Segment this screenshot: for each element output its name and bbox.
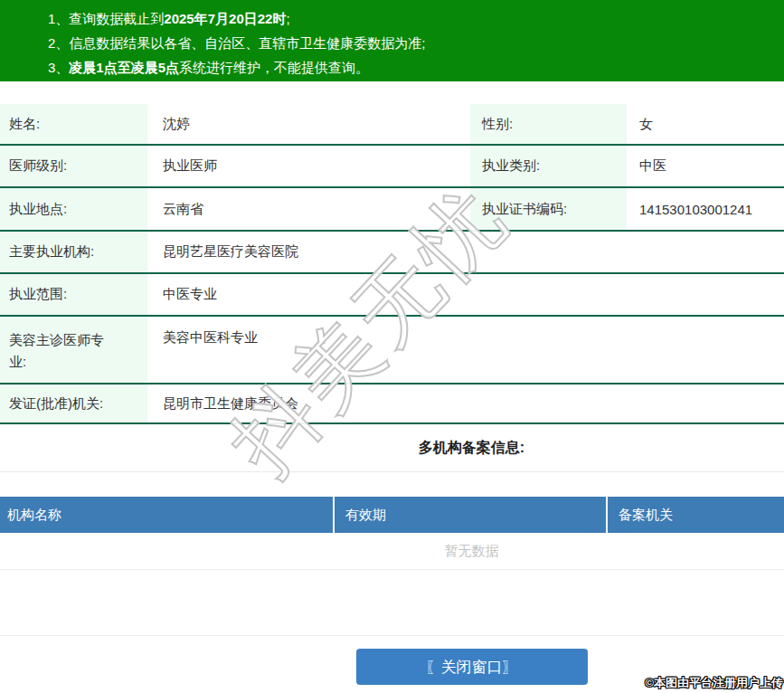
filing-section-title: 多机构备案信息: (0, 424, 784, 472)
notice-text-bold: 凌晨1点至凌晨5点 (69, 60, 179, 75)
field-label-practice-location: 执业地点: (0, 188, 147, 230)
notice-text: 查询数据截止到 (69, 11, 164, 26)
spacer (0, 472, 784, 497)
table-row: 医师级别: 执业医师 执业类别: 中医 (0, 146, 784, 188)
column-header-institution-name: 机构名称 (0, 497, 333, 533)
table-row: 执业范围: 中医专业 (0, 274, 784, 317)
field-value-issuing-authority: 昆明市卫生健康委员会 (147, 384, 784, 422)
field-value-cosmetic-specialty: 美容中医科专业 (147, 317, 784, 383)
practitioner-info-table: 姓名: 沈婷 性别: 女 医师级别: 执业医师 执业类别: 中医 执业地点: 云… (0, 104, 784, 424)
field-value-practice-category: 中医 (627, 146, 784, 186)
field-label-cosmetic-specialty: 美容主诊医师专业: (0, 317, 147, 383)
field-value-name: 沈婷 (147, 104, 470, 144)
notice-line-number: 3、 (48, 60, 69, 75)
field-label-certificate-code: 执业证书编码: (470, 188, 627, 230)
page-container: 1、查询数据截止到2025年7月20日22时; 2、信息数据结果以各省、自治区、… (0, 0, 784, 685)
field-value-practice-location: 云南省 (147, 188, 470, 230)
close-window-button[interactable]: 〖关闭窗口〗 (356, 649, 588, 685)
notice-text: ; (286, 11, 289, 26)
field-label-doctor-level: 医师级别: (0, 146, 147, 186)
column-header-validity-period: 有效期 (333, 497, 606, 533)
field-label-issuing-authority: 发证(批准)机关: (0, 384, 147, 422)
notice-line-number: 2、 (48, 35, 69, 51)
notice-text: 系统进行维护，不能提供查询。 (179, 60, 369, 75)
field-label-gender: 性别: (470, 104, 627, 144)
notice-line-3: 3、凌晨1点至凌晨5点系统进行维护，不能提供查询。 (48, 55, 784, 80)
notice-line-number: 1、 (48, 11, 69, 26)
field-label-main-institution: 主要执业机构: (0, 232, 147, 272)
table-row: 发证(批准)机关: 昆明市卫生健康委员会 (0, 384, 784, 424)
field-value-practice-scope: 中医专业 (147, 274, 784, 315)
no-data-placeholder: 暂无数据 (0, 533, 784, 570)
notice-text: 信息数据结果以各省、自治区、直辖市卫生健康委数据为准; (69, 35, 425, 51)
spacer (0, 81, 784, 104)
filing-table-header: 机构名称 有效期 备案机关 (0, 497, 784, 533)
notice-line-2: 2、信息数据结果以各省、自治区、直辖市卫生健康委数据为准; (48, 31, 784, 55)
copyright-stamp: ©本图由平台注册用户上传 (645, 675, 783, 691)
column-header-filing-authority: 备案机关 (606, 497, 784, 533)
field-value-doctor-level: 执业医师 (147, 146, 470, 186)
field-value-gender: 女 (627, 104, 784, 144)
field-value-certificate-code: 141530103001241 (627, 188, 784, 230)
table-row: 执业地点: 云南省 执业证书编码: 141530103001241 (0, 188, 784, 232)
notice-line-1: 1、查询数据截止到2025年7月20日22时; (48, 6, 784, 31)
spacer (0, 570, 784, 636)
table-row: 姓名: 沈婷 性别: 女 (0, 104, 784, 146)
field-label-name: 姓名: (0, 104, 147, 144)
notice-banner: 1、查询数据截止到2025年7月20日22时; 2、信息数据结果以各省、自治区、… (0, 0, 784, 81)
field-value-main-institution: 昆明艺星医疗美容医院 (147, 232, 784, 272)
table-row: 美容主诊医师专业: 美容中医科专业 (0, 317, 784, 384)
notice-text-bold: 2025年7月20日22时 (164, 11, 286, 26)
field-label-practice-scope: 执业范围: (0, 274, 147, 315)
field-label-practice-category: 执业类别: (470, 146, 627, 186)
table-row: 主要执业机构: 昆明艺星医疗美容医院 (0, 232, 784, 274)
